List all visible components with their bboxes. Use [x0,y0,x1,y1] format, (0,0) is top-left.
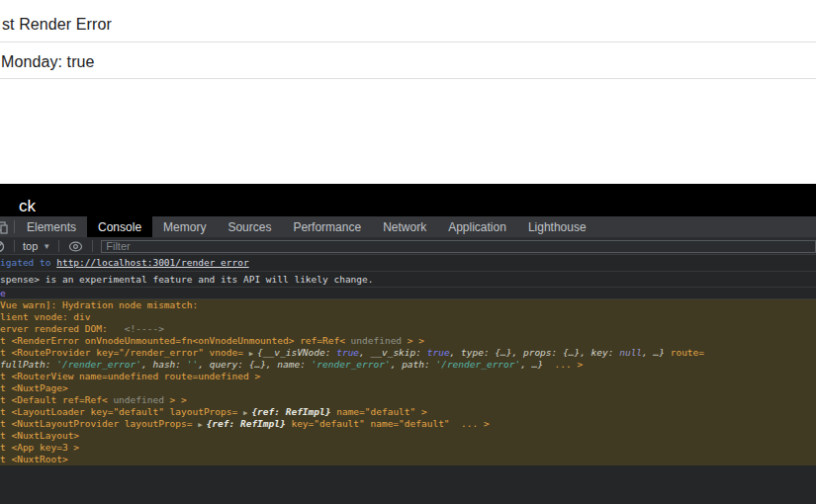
divider [92,240,93,252]
console-text: e [0,288,6,298]
console-text: > > [402,335,424,346]
console-text: igated to [0,257,56,268]
console-message-warn: t <RenderError onVnodeUnmounted=fn<onVno… [0,335,816,347]
divider [14,220,15,233]
tab-elements[interactable]: Elements [16,216,87,237]
console-text: , …} [642,347,665,358]
console-text: {ref: RefImpl} [207,418,286,429]
console-text: t <Default ref=Ref< [0,394,113,405]
console-text: t <RouterView name=undefined route=undef… [0,371,260,381]
console-text: {ref: RefImpl} [251,406,330,417]
console-text: spense> is an experimental feature and i… [0,274,374,285]
console-message-warn: t <RouterView name=undefined route=undef… [0,371,816,382]
console-message-warn: t <NuxtLayoutProvider layoutProps= ▶ {re… [0,418,816,430]
console-text: t <RenderError onVnodeUnmounted=fn<onVno… [0,335,351,346]
console-text: '' [187,359,198,370]
clear-console-icon[interactable] [0,238,8,255]
console-message-verbose: e [0,288,816,299]
page-body-text: Monday: true [1,53,95,71]
console-text: name="default" > [330,406,426,417]
context-selector[interactable]: top ▼ [21,240,52,252]
console-text: '/render_error' [435,359,520,370]
tab-memory[interactable]: Memory [152,216,217,237]
web-page: st Render Error Monday: true [0,0,816,184]
expand-triangle-icon[interactable]: ▶ [198,421,206,429]
console-text: erver rendered DOM: [0,323,125,334]
console-message-warn: t <LayoutLoader key="default" layoutProp… [0,406,816,418]
tab-sources[interactable]: Sources [217,216,282,237]
divider [0,78,816,79]
console-message-warn: fullPath: '/render_error', hash: '', que… [0,359,816,371]
divider [14,240,15,252]
console-text: , hash: [141,359,187,370]
console-text: {__v_isVNode: [257,347,336,358]
device-toolbar-icon[interactable] [0,216,13,237]
console-text: , query: {…}, name: [198,359,311,370]
filter-input[interactable] [101,240,816,253]
context-selector-label: top [23,240,38,252]
console-text: <!----> [125,323,164,334]
console-message-warn: t <NuxtLayout> [0,430,816,442]
console-text: , path: [391,359,436,370]
console-text: lient vnode: div [0,311,91,322]
divider [58,240,59,252]
console-text: ... > [543,359,583,370]
console-message-warn: t <NuxtRoot> [0,454,816,465]
console-text: fullPath: [0,359,56,370]
console-text: t <NuxtLayoutProvider layoutProps= [0,418,198,429]
console-text: route= [665,347,704,358]
tab-performance[interactable]: Performance [282,216,372,237]
divider [0,42,816,42]
tab-console[interactable]: Console [87,216,152,237]
console-text: t <LayoutLoader key="default" layoutProp… [0,406,243,417]
black-header-bar: ck [0,184,816,216]
chevron-down-icon: ▼ [43,242,50,251]
live-expression-eye-icon[interactable] [65,241,86,252]
console-message-warn: t <Default ref=Ref< undefined > > [0,394,816,406]
console-text: undefined [351,335,402,346]
console-text: '/render_error' [56,359,141,370]
console-message-warn: t <App key=3 > [0,442,816,454]
console-text: , type: {…}, props: {…}, key: [450,347,620,358]
console-text: , …} [520,359,543,370]
console-message-warn: Vue warn]: Hydration node mismatch: [0,299,816,311]
console-text: t <RouteProvider key="/render_error" vno… [0,347,249,358]
console-text: > > [164,394,187,405]
console-message-warn: lient vnode: div [0,311,816,323]
tab-application[interactable]: Application [437,216,517,237]
page-title: st Render Error [2,16,112,34]
console-text: null [619,347,642,358]
console-text: t <NuxtPage> [0,382,68,393]
console-message-warn: t <NuxtPage> [0,382,816,394]
console-text: Vue warn]: Hydration node mismatch: [0,299,198,310]
black-bar-text: ck [19,197,36,216]
console-text: true [336,347,359,358]
console-message-warn: erver rendered DOM: <!----> [0,323,816,335]
tab-network[interactable]: Network [372,216,437,237]
console-messages: igated to http://localhost:3001/render_e… [0,255,816,504]
console-text: , __v_skip: [359,347,427,358]
console-toolbar: top ▼ [0,238,816,255]
console-link[interactable]: http://localhost:3001/render_error [56,257,248,268]
devtools-tabbar: ElementsConsoleMemorySourcesPerformanceN… [0,216,816,238]
console-text: key="default" name="default" ... > [286,418,490,429]
console-text: 'render_error' [312,359,391,370]
console-message-warn: t <RouteProvider key="/render_error" vno… [0,347,816,359]
filter-field-wrap [101,240,816,253]
console-text: t <NuxtRoot> [0,454,68,464]
console-text: t <App key=3 > [0,442,79,453]
tab-list: ElementsConsoleMemorySourcesPerformanceN… [16,216,597,237]
console-message-log: spense> is an experimental feature and i… [0,272,816,288]
console-text: t <NuxtLayout> [0,430,79,441]
expand-triangle-icon[interactable]: ▶ [249,350,257,358]
console-message-nav: igated to http://localhost:3001/render_e… [0,255,816,272]
console-text: true [427,347,450,358]
console-text: undefined [113,394,163,405]
tab-lighthouse[interactable]: Lighthouse [517,216,597,237]
